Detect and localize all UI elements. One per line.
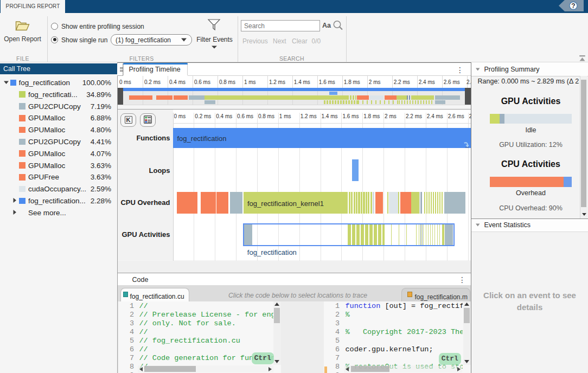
svg-text:?: ? <box>571 2 575 10</box>
